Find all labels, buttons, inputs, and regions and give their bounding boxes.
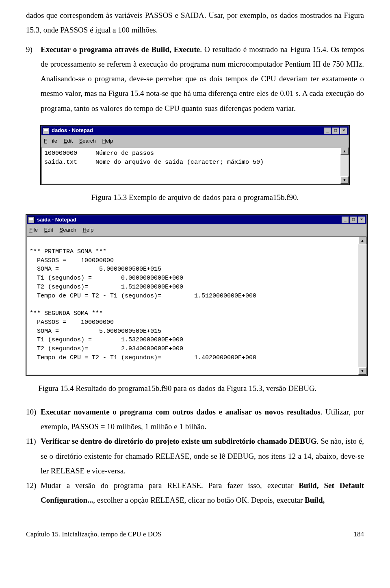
caption-text: Figura 15.4 Resultado do programa15b.f90… [38, 384, 316, 393]
scroll-down-icon[interactable]: ▼ [358, 367, 366, 375]
app-icon [28, 217, 35, 223]
close-button[interactable]: × [358, 217, 365, 223]
scroll-up-icon[interactable]: ▲ [340, 148, 349, 155]
caption-text: Figura 15.3 Exemplo de arquivo de dados … [91, 193, 299, 202]
notepad-window-saida: saida - Notepad _ □ × File Edit Search H… [26, 215, 367, 375]
maximize-button[interactable]: □ [350, 217, 357, 223]
menu-file[interactable]: File [29, 227, 38, 233]
client-area: *** PRIMEIRA SOMA *** PASSOS = 100000000… [27, 237, 366, 375]
menu-file[interactable]: File [44, 138, 57, 144]
figure-caption-15-3: Figura 15.3 Exemplo de arquivo de dados … [26, 190, 364, 205]
maximize-button[interactable]: □ [332, 128, 339, 134]
tail-text: . O resultado é mostrado na Figura 15.4.… [41, 45, 364, 112]
lead-bold: Verificar se dentro do diretório do proj… [41, 437, 316, 445]
window-title: saida - Notepad [37, 215, 341, 225]
text-content[interactable]: 100000000 Número de passos saida.txt Nom… [41, 147, 340, 184]
scroll-track[interactable] [358, 244, 366, 367]
list-item-12-wrap: 12) Mudar a versão do programa para RELE… [26, 478, 364, 508]
client-area: 100000000 Número de passos saida.txt Nom… [41, 147, 349, 184]
list-item-9: 9) Executar o programa através de Build,… [41, 42, 364, 115]
paragraph-continuation: dados que correspondem às variáveis PASS… [26, 8, 364, 37]
footer-left: Capítulo 15. Inicialização, tempo de CPU… [26, 528, 162, 541]
menu-search[interactable]: Search [79, 138, 96, 144]
list-item-12: 12) Mudar a versão do programa para RELE… [41, 478, 364, 508]
page-footer: Capítulo 15. Inicialização, tempo de CPU… [26, 528, 364, 541]
minimize-button[interactable]: _ [342, 217, 349, 223]
list-item-11: 11) Verificar se dentro do diretório do … [41, 434, 364, 478]
txt-c: , escolher a opção RELEASE, clicar no bo… [93, 496, 247, 504]
vertical-scrollbar[interactable]: ▲ ▼ [340, 147, 349, 184]
list-item-body: Executar o programa através de Build, Ex… [41, 42, 364, 115]
txt-a: Mudar a versão do programa para RELEASE.… [41, 481, 299, 490]
list-marker: 11) [26, 434, 41, 478]
list-item-9-wrap: 9) Executar o programa através de Build,… [26, 42, 364, 115]
figure-caption-15-4: Figura 15.4 Resultado do programa15b.f90… [26, 381, 364, 396]
txt-d: . Depois, executar [247, 496, 305, 504]
app-icon [43, 128, 49, 134]
menu-help[interactable]: Help [102, 138, 113, 144]
text-content[interactable]: *** PRIMEIRA SOMA *** PASSOS = 100000000… [27, 237, 358, 375]
list-item-body: Mudar a versão do programa para RELEASE.… [41, 478, 364, 508]
menu-edit[interactable]: Edit [64, 138, 73, 144]
list-marker: 10) [26, 405, 41, 434]
notepad-window-dados: dados - Notepad _ □ × File Edit Search H… [41, 126, 349, 185]
titlebar[interactable]: saida - Notepad _ □ × [27, 215, 366, 224]
footer-page-number: 184 [354, 528, 364, 541]
menubar: File Edit Search Help [27, 224, 366, 237]
vertical-scrollbar[interactable]: ▲ ▼ [358, 237, 366, 375]
lead-bold: Executar novamente o programa com outros… [41, 408, 321, 416]
lead-bold: Executar o programa através de Build, Ex… [41, 45, 200, 54]
list-marker: 12) [26, 478, 41, 508]
scroll-track[interactable] [340, 155, 349, 176]
list-item-10: 10) Executar novamente o programa com ou… [41, 405, 364, 434]
menu-help[interactable]: Help [82, 227, 93, 233]
menu-search[interactable]: Search [60, 227, 76, 233]
close-button[interactable]: × [340, 128, 347, 134]
scroll-up-icon[interactable]: ▲ [358, 237, 366, 244]
window-title: dados - Notepad [52, 126, 323, 136]
txt-e: Build, [305, 496, 325, 504]
list-item-body: Verificar se dentro do diretório do proj… [41, 434, 364, 478]
titlebar[interactable]: dados - Notepad _ □ × [41, 126, 349, 135]
menubar: File Edit Search Help [41, 135, 349, 148]
list-item-body: Executar novamente o programa com outros… [41, 405, 364, 434]
text: dados que correspondem às variáveis PASS… [26, 11, 364, 34]
minimize-button[interactable]: _ [324, 128, 331, 134]
list-item-10-wrap: 10) Executar novamente o programa com ou… [26, 405, 364, 434]
list-marker: 9) [26, 42, 41, 115]
scroll-down-icon[interactable]: ▼ [340, 176, 349, 184]
list-item-11-wrap: 11) Verificar se dentro do diretório do … [26, 434, 364, 478]
menu-edit[interactable]: Edit [44, 227, 53, 233]
